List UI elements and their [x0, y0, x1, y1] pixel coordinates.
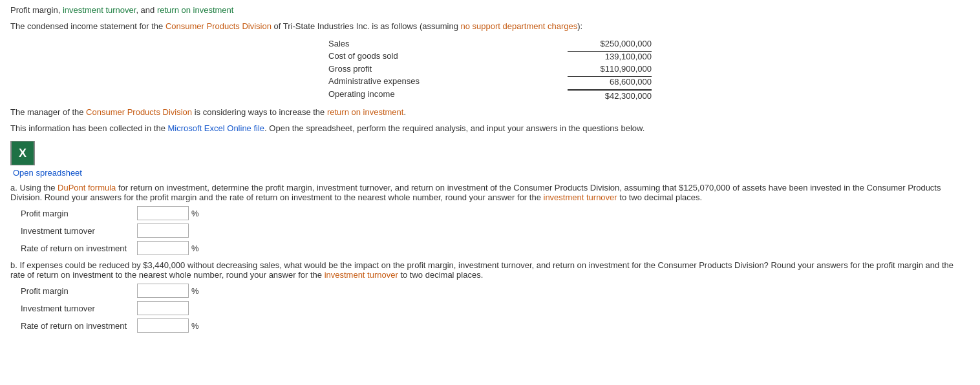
income-row-sales: Sales $250,000,000: [328, 37, 652, 50]
gross-profit-value: $110,900,000: [568, 64, 652, 74]
rate-of-return-a-pct: %: [191, 244, 199, 253]
section-a: a. Using the DuPont formula for return o…: [10, 183, 970, 255]
investment-turnover-link-a[interactable]: investment turnover: [544, 192, 617, 202]
investment-turnover-b-row: Investment turnover: [21, 301, 970, 315]
section-b-label: b. If expenses could be reduced by $3,44…: [10, 260, 970, 280]
header-text-prefix: Profit margin,: [10, 5, 63, 15]
section-b-text2: to two decimal places.: [398, 270, 484, 280]
manager-text3: .: [403, 107, 406, 117]
profit-margin-b-label: Profit margin: [21, 286, 137, 296]
excel-icon-wrapper[interactable]: X: [10, 141, 35, 165]
excel-text1: This information has been collected in t…: [10, 123, 168, 133]
income-row-admin-expenses: Administrative expenses 68,600,000: [328, 75, 652, 88]
intro-text3: ):: [577, 21, 582, 31]
profit-margin-b-pct: %: [191, 286, 199, 296]
rate-of-return-b-input[interactable]: [137, 318, 189, 333]
return-on-investment-link2[interactable]: return on investment: [327, 107, 404, 117]
cogs-label: Cost of goods sold: [328, 51, 471, 61]
admin-expenses-label: Administrative expenses: [328, 76, 471, 87]
investment-turnover-link-b[interactable]: investment turnover: [325, 270, 398, 280]
admin-expenses-value: 68,600,000: [568, 76, 652, 87]
gross-profit-label: Gross profit: [328, 64, 471, 74]
excel-icon: X: [12, 141, 34, 165]
header-text-and: , and: [136, 5, 157, 15]
rate-of-return-b-label: Rate of return on investment: [21, 321, 137, 331]
section-b: b. If expenses could be reduced by $3,44…: [10, 260, 970, 333]
intro-text2: of Tri-State Industries Inc. is as follo…: [272, 21, 461, 31]
profit-margin-a-label: Profit margin: [21, 209, 137, 218]
profit-margin-b-row: Profit margin %: [21, 284, 970, 298]
sales-label: Sales: [328, 39, 471, 48]
investment-turnover-a-label: Investment turnover: [21, 226, 137, 236]
manager-text1: The manager of the: [10, 107, 86, 117]
cogs-value: 139,100,000: [568, 51, 652, 61]
investment-turnover-link[interactable]: investment turnover: [63, 5, 136, 15]
investment-turnover-b-label: Investment turnover: [21, 304, 137, 313]
open-spreadsheet-link[interactable]: Open spreadsheet: [13, 168, 970, 178]
excel-x-letter: X: [19, 147, 27, 160]
manager-line: The manager of the Consumer Products Div…: [10, 107, 970, 117]
income-statement: Sales $250,000,000 Cost of goods sold 13…: [10, 37, 970, 102]
rate-of-return-b-pct: %: [191, 321, 199, 331]
investment-turnover-b-input[interactable]: [137, 301, 189, 315]
profit-margin-a-row: Profit margin %: [21, 206, 970, 220]
manager-text2: is considering ways to increase the: [192, 107, 327, 117]
intro-text1: The condensed income statement for the: [10, 21, 165, 31]
operating-income-label: Operating income: [328, 89, 471, 101]
rate-of-return-a-label: Rate of return on investment: [21, 244, 137, 253]
rate-of-return-a-row: Rate of return on investment %: [21, 241, 970, 255]
rate-of-return-a-input[interactable]: [137, 241, 189, 255]
income-row-operating-income: Operating income $42,300,000: [328, 88, 652, 102]
profit-margin-a-input[interactable]: [137, 206, 189, 220]
section-a-text1: Using the: [19, 183, 58, 192]
section-a-label: a. Using the DuPont formula for return o…: [10, 183, 970, 202]
investment-turnover-a-input[interactable]: [137, 224, 189, 238]
consumer-products-division-link1: Consumer Products Division: [165, 21, 272, 31]
operating-income-value: $42,300,000: [568, 89, 652, 101]
excel-line: This information has been collected in t…: [10, 123, 970, 133]
dupont-formula-link[interactable]: DuPont formula: [58, 183, 116, 192]
profit-margin-a-pct: %: [191, 209, 199, 218]
section-b-letter: b.: [10, 260, 19, 270]
intro-paragraph: The condensed income statement for the C…: [10, 21, 970, 31]
header-line: Profit margin, investment turnover, and …: [10, 5, 970, 15]
income-row-cogs: Cost of goods sold 139,100,000: [328, 50, 652, 63]
investment-turnover-a-row: Investment turnover: [21, 224, 970, 238]
consumer-products-division-link2[interactable]: Consumer Products Division: [86, 107, 192, 117]
section-a-letter: a.: [10, 183, 19, 192]
sales-value: $250,000,000: [568, 39, 652, 48]
excel-icon-section: X: [10, 141, 970, 165]
rate-of-return-b-row: Rate of return on investment %: [21, 318, 970, 333]
no-support-charges-highlight: no support department charges: [461, 21, 578, 31]
section-a-text3: to two decimal places.: [617, 192, 703, 202]
excel-text2: . Open the spreadsheet, perform the requ…: [264, 123, 644, 133]
return-on-investment-link[interactable]: return on investment: [157, 5, 234, 15]
section-a-text2: for return on investment, determine the …: [10, 183, 941, 202]
excel-file-link[interactable]: Microsoft Excel Online file: [168, 123, 265, 133]
income-row-gross-profit: Gross profit $110,900,000: [328, 63, 652, 75]
profit-margin-b-input[interactable]: [137, 284, 189, 298]
section-b-text-cont: investment to the nearest whole number, …: [72, 270, 325, 280]
